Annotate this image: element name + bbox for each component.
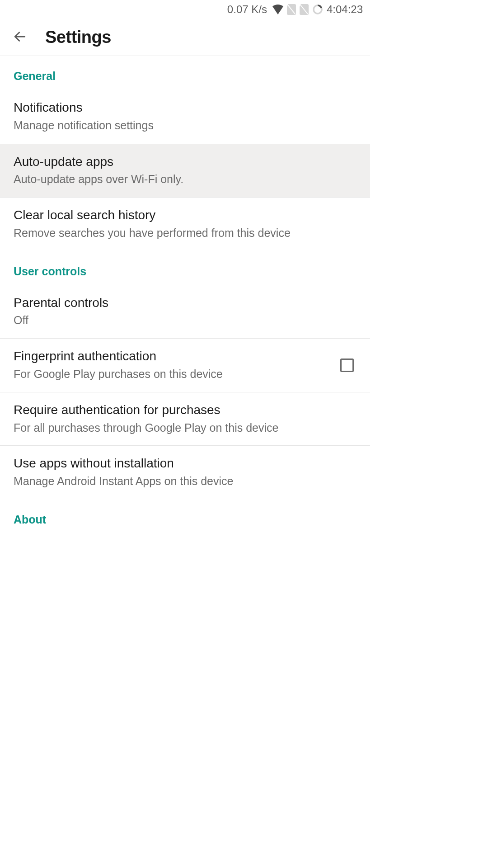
setting-fingerprint-auth[interactable]: Fingerprint authentication For Google Pl…: [0, 339, 370, 392]
setting-subtitle: Remove searches you have performed from …: [14, 226, 357, 241]
checkbox-unchecked-icon: [340, 359, 354, 372]
checkbox-fingerprint[interactable]: [340, 359, 354, 372]
page-title: Settings: [45, 28, 111, 47]
setting-title: Fingerprint authentication: [14, 348, 320, 365]
setting-subtitle: Manage Android Instant Apps on this devi…: [14, 474, 357, 489]
setting-require-auth[interactable]: Require authentication for purchases For…: [0, 392, 370, 446]
back-button[interactable]: [11, 28, 29, 47]
status-bar: 0.07 K/s 4:04:23: [0, 0, 370, 19]
setting-title: Clear local search history: [14, 207, 357, 224]
setting-subtitle: Off: [14, 313, 357, 328]
setting-title: Use apps without installation: [14, 455, 357, 472]
setting-subtitle: For Google Play purchases on this device: [14, 367, 320, 382]
setting-title: Require authentication for purchases: [14, 401, 357, 419]
setting-auto-update-apps[interactable]: Auto-update apps Auto-update apps over W…: [0, 144, 370, 198]
setting-subtitle: For all purchases through Google Play on…: [14, 420, 357, 436]
setting-subtitle: Auto-update apps over Wi-Fi only.: [14, 172, 357, 187]
section-header-general: General: [0, 56, 370, 90]
setting-title: Parental controls: [14, 294, 357, 311]
no-sim-icon-1: [287, 4, 296, 15]
setting-notifications[interactable]: Notifications Manage notification settin…: [0, 90, 370, 144]
app-bar: Settings: [0, 19, 370, 56]
setting-title: Auto-update apps: [14, 153, 357, 170]
setting-parental-controls[interactable]: Parental controls Off: [0, 285, 370, 339]
setting-clear-search-history[interactable]: Clear local search history Remove search…: [0, 198, 370, 251]
arrow-left-icon: [13, 29, 27, 46]
settings-content: General Notifications Manage notificatio…: [0, 56, 370, 533]
setting-instant-apps[interactable]: Use apps without installation Manage And…: [0, 446, 370, 500]
wifi-icon: [272, 5, 283, 14]
section-header-user-controls: User controls: [0, 251, 370, 285]
loading-icon: [312, 4, 323, 15]
setting-title: Notifications: [14, 99, 357, 116]
no-sim-icon-2: [300, 4, 309, 15]
network-speed: 0.07 K/s: [227, 3, 267, 16]
setting-subtitle: Manage notification settings: [14, 118, 357, 133]
section-header-about: About: [0, 500, 370, 533]
clock: 4:04:23: [327, 3, 363, 16]
